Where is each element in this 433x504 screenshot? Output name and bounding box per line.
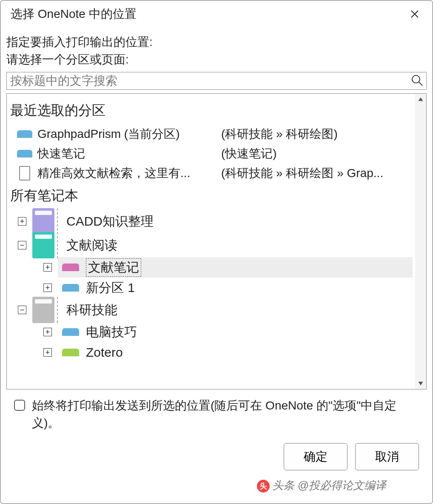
scroll-down-icon[interactable] [415, 378, 426, 389]
close-icon [410, 10, 419, 18]
ok-button[interactable]: 确定 [284, 443, 348, 470]
recent-row[interactable]: 快速笔记 (快速笔记) [10, 144, 413, 163]
page-icon [19, 166, 30, 180]
dialog: 选择 OneNote 中的位置 指定要插入打印输出的位置: 请选择一个分区或页面… [0, 0, 433, 504]
close-button[interactable] [405, 5, 424, 23]
section-label: Zotero [86, 345, 123, 360]
search-icon[interactable] [410, 74, 423, 88]
dialog-buttons: 确定 取消 [6, 432, 427, 470]
search-input[interactable] [6, 72, 427, 90]
expand-toggle[interactable]: + [18, 217, 26, 226]
dialog-title: 选择 OneNote 中的位置 [11, 6, 137, 22]
section-icon [17, 130, 32, 138]
scroll-up-icon[interactable] [415, 94, 426, 105]
expand-toggle[interactable]: + [43, 263, 52, 272]
checkbox-label: 始终将打印输出发送到所选的位置(随后可在 OneNote 的"选项"中自定义)。 [32, 397, 419, 432]
svg-point-0 [412, 75, 420, 83]
recent-path: (科研技能 » 科研绘图 » Grap... [221, 165, 413, 181]
svg-line-1 [419, 82, 422, 86]
recent-row[interactable]: 精准高效文献检索，这里有... (科研技能 » 科研绘图 » Grap... [10, 163, 413, 183]
section-icon [17, 150, 32, 158]
notebook-icon [32, 208, 54, 235]
all-notebooks-header: 所有笔记本 [10, 186, 413, 205]
notebook-divider [57, 232, 60, 258]
recent-header: 最近选取的分区 [10, 101, 413, 120]
location-list: 最近选取的分区 GraphpadPrism (当前分区) (科研技能 » 科研绘… [6, 93, 427, 389]
section-row[interactable]: + 新分区 1 [10, 278, 413, 298]
notebook-divider [57, 208, 60, 235]
section-row[interactable]: + 电脑技巧 [10, 322, 413, 342]
recent-name: 精准高效文献检索，这里有... [34, 165, 221, 181]
section-label: 电脑技巧 [86, 324, 137, 341]
notebook-label: CADD知识整理 [66, 213, 154, 230]
scrollbar[interactable] [415, 94, 426, 389]
expand-toggle[interactable]: + [43, 348, 52, 357]
recent-name: GraphpadPrism (当前分区) [34, 126, 221, 142]
notebook-row[interactable]: − 科研技能 [10, 298, 413, 322]
search-wrap [6, 72, 427, 90]
section-label: 新分区 1 [86, 279, 135, 297]
section-row[interactable]: + 文献笔记 [10, 257, 413, 278]
section-icon [62, 349, 79, 356]
always-send-option[interactable]: 始终将打印输出发送到所选的位置(随后可在 OneNote 的"选项"中自定义)。 [6, 389, 427, 432]
section-icon [62, 263, 79, 271]
cancel-button[interactable]: 取消 [355, 443, 419, 470]
section-label: 文献笔记 [86, 258, 141, 277]
collapse-toggle[interactable]: − [18, 241, 26, 249]
expand-toggle[interactable]: + [43, 328, 52, 336]
section-row[interactable]: + Zotero [10, 342, 413, 363]
collapse-toggle[interactable]: − [18, 306, 26, 314]
notebook-icon [32, 297, 54, 323]
recent-path: (快速笔记) [221, 146, 413, 162]
recent-row[interactable]: GraphpadPrism (当前分区) (科研技能 » 科研绘图) [10, 124, 413, 144]
notebook-tree: + CADD知识整理 − 文献阅读 + [10, 209, 413, 363]
instruction-1: 指定要插入打印输出的位置: [6, 34, 427, 50]
notebook-icon [32, 232, 54, 258]
recent-path: (科研技能 » 科研绘图) [221, 126, 413, 142]
notebook-row[interactable]: + CADD知识整理 [10, 209, 413, 233]
content-area: 指定要插入打印输出的位置: 请选择一个分区或页面: 最近选取的分区 Graphp… [0, 28, 433, 504]
expand-toggle[interactable]: + [43, 284, 52, 292]
notebook-row[interactable]: − 文献阅读 [10, 233, 413, 257]
notebook-divider [57, 297, 60, 323]
notebook-label: 文献阅读 [66, 237, 117, 254]
section-icon [62, 284, 79, 292]
titlebar: 选择 OneNote 中的位置 [0, 0, 433, 28]
notebook-label: 科研技能 [66, 301, 117, 319]
section-icon [62, 328, 79, 336]
instruction-2: 请选择一个分区或页面: [6, 51, 427, 68]
checkbox[interactable] [14, 400, 25, 411]
recent-name: 快速笔记 [34, 146, 221, 162]
